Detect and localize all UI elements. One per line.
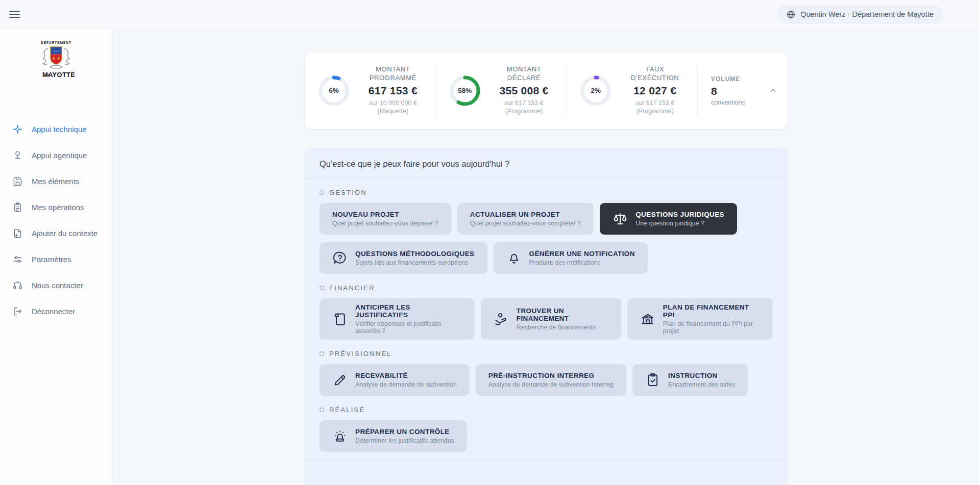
button-row: ANTICIPER LES JUSTIFICATIFSVérifier dépe…	[320, 298, 773, 340]
sidebar-item-nous-contacter[interactable]: Nous contacter	[0, 272, 112, 298]
sidebar: DÉPARTEMENT DE MAYOTTE Appui techniqueAp…	[0, 29, 112, 485]
button-row: NOUVEAU PROJETQuel projet souhaitez-vous…	[320, 203, 773, 235]
section-financier: FINANCIER	[320, 284, 773, 292]
action-title: QUESTIONS JURIDIQUES	[635, 211, 724, 218]
action-subtitle: Analyse de demande de subvention Interre…	[488, 381, 614, 388]
action-subtitle: Quel projet souhaitez-vous déposer ?	[332, 220, 438, 227]
action-title: GÉNÉRER UNE NOTIFICATION	[529, 250, 635, 258]
donut-chart: 58%	[448, 74, 482, 108]
svg-text:DÉPARTEMENT: DÉPARTEMENT	[41, 40, 71, 44]
stat-sub: sur 617 153 €(Programmé)	[617, 99, 693, 116]
headset-icon	[12, 280, 23, 291]
section-title: GESTION	[329, 189, 367, 196]
nav-label: Mes opérations	[32, 203, 84, 212]
button-row: RECEVABILITÉAnalyse de demande de subven…	[320, 364, 773, 396]
chevron-up-icon[interactable]	[769, 86, 777, 95]
action-subtitle: Quel projet souhaitez-vous compléter ?	[470, 220, 581, 227]
anticiper-les-justificatifs-button[interactable]: ANTICIPER LES JUSTIFICATIFSVérifier dépe…	[320, 298, 475, 340]
stat-montant-declare: 58%MONTANT DÉCLARÉ355 008 €sur 617 153 €…	[436, 65, 567, 116]
assistant-heading: Qu'est-ce que je peux faire pour vous au…	[304, 148, 788, 178]
sidebar-item-mes-elements[interactable]: Mes éléments	[0, 168, 112, 194]
scales-icon	[612, 211, 628, 226]
section-marker-icon	[320, 351, 324, 356]
action-title: TROUVER UN FINANCEMENT	[517, 307, 608, 322]
file-plus-icon	[12, 228, 23, 239]
mayotte-logo: DÉPARTEMENT DE MAYOTTE	[34, 39, 78, 82]
sidebar-item-appui-technique[interactable]: Appui technique	[0, 116, 112, 142]
pre-instruction-interreg-button[interactable]: PRÉ-INSTRUCTION INTERREGAnalyse de deman…	[476, 364, 626, 396]
stat-label: TAUX D'EXÉCUTION	[623, 65, 687, 83]
nouveau-projet-button[interactable]: NOUVEAU PROJETQuel projet souhaitez-vous…	[320, 203, 451, 235]
sidebar-item-deconnecter[interactable]: Déconnecter	[0, 298, 112, 324]
stat-value: 355 008 €	[486, 85, 562, 97]
stat-label: MONTANT DÉCLARÉ	[492, 65, 556, 83]
sidebar-item-appui-agentique[interactable]: Appui agentique	[0, 142, 112, 168]
stat-sub: sur 617 153 €(Programmé)	[486, 99, 562, 116]
plan-de-financement-ppi-button[interactable]: PLAN DE FINANCEMENT PPIPlan de financeme…	[627, 298, 773, 340]
recevabilite-button[interactable]: RECEVABILITÉAnalyse de demande de subven…	[320, 364, 470, 396]
stat-value: 617 153 €	[355, 85, 431, 97]
stat-label: MONTANT PROGRAMMÉ	[361, 65, 425, 83]
nav-label: Mes éléments	[32, 177, 79, 186]
stat-sub: sur 10 000 000 €(Maquette)	[355, 99, 431, 116]
user-pill[interactable]: Quentin Werz · Département de Mayotte	[776, 5, 943, 24]
nav-label: Nous contacter	[32, 281, 83, 290]
stat-montant-programme: 6%MONTANT PROGRAMMÉ617 153 €sur 10 000 0…	[305, 65, 435, 116]
menu-icon[interactable]	[9, 8, 24, 21]
preparer-un-controle-button[interactable]: PRÉPARER UN CONTRÔLEDéterminer les justi…	[320, 420, 467, 452]
section-marker-icon	[320, 407, 324, 412]
action-title: PRÉPARER UN CONTRÔLE	[355, 428, 454, 436]
instruction-button[interactable]: INSTRUCTIONEncadrement des aides	[632, 364, 748, 396]
sidebar-item-ajouter-du-contexte[interactable]: Ajouter du contexte	[0, 220, 112, 246]
nav-label: Appui technique	[32, 125, 87, 134]
action-subtitle: Encadrement des aides	[668, 381, 735, 388]
actualiser-un-projet-button[interactable]: ACTUALISER UN PROJETQuel projet souhaite…	[457, 203, 594, 235]
action-subtitle: Analyse de demande de subvention	[355, 381, 457, 388]
action-subtitle: Déterminer les justificatifs attendus	[355, 437, 454, 444]
stat-value: 12 027 €	[617, 85, 693, 97]
action-title: ANTICIPER LES JUSTIFICATIFS	[355, 303, 462, 319]
question-bubble-icon	[332, 250, 348, 266]
trouver-un-financement-button[interactable]: TROUVER UN FINANCEMENTRecherche de finan…	[481, 298, 621, 340]
sidebar-item-parametres[interactable]: Paramètres	[0, 246, 112, 272]
action-title: RECEVABILITÉ	[355, 372, 457, 379]
section-previsionnel: PRÉVISIONNEL	[320, 350, 773, 358]
clipboard-check-icon	[645, 372, 660, 388]
section-gestion: GESTION	[320, 189, 773, 196]
donut-percent: 6%	[317, 74, 351, 108]
scroll-icon	[332, 312, 348, 327]
globe-icon	[786, 10, 796, 19]
bell-icon	[506, 250, 522, 266]
section-title: RÉALISÉ	[329, 406, 365, 414]
section-title: PRÉVISIONNEL	[329, 350, 392, 358]
sliders-icon	[12, 254, 23, 265]
action-subtitle: Produire des notifications	[529, 259, 635, 266]
assistant-panel: Qu'est-ce que je peux faire pour vous au…	[304, 148, 788, 485]
action-title: PRÉ-INSTRUCTION INTERREG	[488, 372, 614, 379]
action-subtitle: Recherche de financements	[517, 324, 608, 331]
action-title: QUESTIONS MÉTHODOLOGIQUES	[355, 250, 475, 258]
questions-methodologiques-button[interactable]: QUESTIONS MÉTHODOLOGIQUESSujets liés aux…	[320, 242, 487, 274]
pen-icon	[332, 372, 348, 388]
section-marker-icon	[320, 190, 324, 195]
sidebar-nav: Appui techniqueAppui agentiqueMes élémen…	[0, 116, 112, 324]
seahorse-right	[64, 48, 69, 64]
volume-label: VOLUME	[711, 75, 745, 83]
nav-label: Paramètres	[32, 255, 71, 264]
assistant-sections: GESTIONNOUVEAU PROJETQuel projet souhait…	[304, 179, 788, 452]
agent-icon	[12, 150, 23, 161]
section-title: FINANCIER	[329, 284, 375, 292]
page-scrollbar[interactable]	[976, 0, 980, 485]
hand-coin-icon	[494, 312, 509, 327]
button-row: QUESTIONS MÉTHODOLOGIQUESSujets liés aux…	[320, 242, 773, 274]
generer-une-notification-button[interactable]: GÉNÉRER UNE NOTIFICATIONProduire des not…	[494, 242, 648, 274]
sidebar-item-mes-operations[interactable]: Mes opérations	[0, 194, 112, 220]
donut-chart: 2%	[579, 74, 612, 108]
stat-taux-d-execution: 2%TAUX D'EXÉCUTION12 027 €sur 617 153 €(…	[567, 65, 697, 116]
action-title: NOUVEAU PROJET	[332, 211, 438, 218]
questions-juridiques-button[interactable]: QUESTIONS JURIDIQUESUne question juridiq…	[600, 203, 737, 235]
stat-volume: VOLUME 8 conventions	[698, 75, 788, 106]
nav-label: Ajouter du contexte	[32, 229, 97, 238]
action-subtitle: Vérifier dépenses et justificatis associ…	[355, 320, 462, 335]
volume-value: 8	[711, 85, 745, 97]
